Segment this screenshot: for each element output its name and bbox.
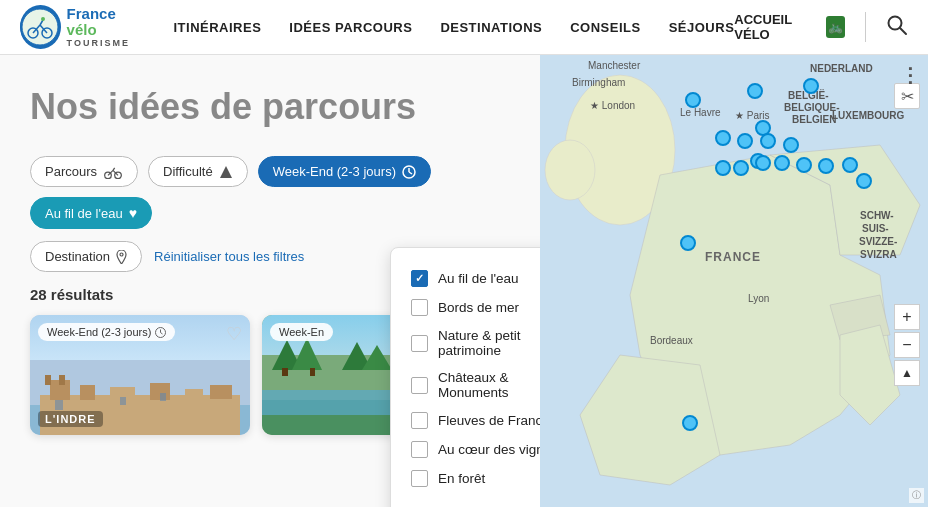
checkbox-0[interactable] (411, 270, 428, 287)
map-label-birmingham: Birmingham (572, 77, 625, 88)
map-label-svizze: SVIZZE- (859, 236, 897, 247)
nav-sejours[interactable]: SÉJOURS (669, 20, 735, 35)
main-content: Nos idées de parcours Parcours Difficult… (0, 55, 928, 507)
card-1-heart[interactable]: ♡ (226, 323, 242, 345)
svg-line-18 (409, 172, 412, 174)
page-title: Nos idées de parcours (30, 85, 510, 128)
svg-point-19 (120, 253, 123, 256)
nav-divider (865, 12, 866, 42)
map-label-suis: SUIS- (862, 223, 889, 234)
map-label-svizra: SVIZRA (860, 249, 897, 260)
svg-marker-38 (362, 345, 392, 370)
svg-rect-23 (59, 375, 65, 385)
map-pin-19[interactable] (682, 415, 698, 431)
svg-rect-31 (160, 393, 166, 401)
checkbox-6[interactable] (411, 470, 428, 487)
logo-icon (20, 5, 61, 49)
svg-marker-15 (220, 166, 232, 178)
nav-right: ACCUEIL VÉLO 🚲 (734, 12, 908, 42)
svg-rect-27 (185, 389, 203, 401)
svg-line-34 (161, 332, 163, 334)
dropdown-menu: Au fil de l'eau Bords de mer Nature & pe… (390, 247, 540, 507)
checkbox-3[interactable] (411, 377, 428, 394)
map-pin-13[interactable] (796, 157, 812, 173)
zoom-location-button[interactable]: ▲ (894, 360, 920, 386)
map-label-lehavre: Le Havre (680, 107, 721, 118)
filters-row: Parcours Difficulté Week-End (2-3 jours) (30, 156, 510, 229)
nav-destinations[interactable]: DESTINATIONS (440, 20, 542, 35)
map-label-manchester: Manchester (588, 60, 640, 71)
map-pin-1[interactable] (685, 92, 701, 108)
dropdown-item-6[interactable]: En forêt (411, 464, 540, 493)
reset-filters-link[interactable]: Réinitialiser tous les filtres (154, 249, 304, 264)
map-label-luxembourg: LUXEMBOURG (832, 110, 904, 121)
dropdown-item-5[interactable]: Au cœur des vignes (411, 435, 540, 464)
scissors-icon: ✂ (901, 87, 913, 106)
destination-filter[interactable]: Destination (30, 241, 142, 272)
map-pin-6[interactable] (737, 133, 753, 149)
zoom-out-button[interactable]: − (894, 332, 920, 358)
difficulte-filter[interactable]: Difficulté (148, 156, 248, 187)
logo-name: France vélo (67, 6, 144, 39)
card-1-tag: Week-End (2-3 jours) (38, 323, 175, 341)
dropdown-item-0[interactable]: Au fil de l'eau (411, 264, 540, 293)
svg-rect-24 (80, 385, 95, 400)
map-pin-18[interactable] (680, 235, 696, 251)
accueil-velo-button[interactable]: ACCUEIL VÉLO 🚲 (734, 12, 845, 42)
map-pin-15[interactable] (818, 158, 834, 174)
svg-rect-40 (310, 368, 315, 376)
nav-itineraires[interactable]: ITINÉRAIRES (173, 20, 261, 35)
svg-line-9 (900, 28, 906, 34)
dropdown-item-3[interactable]: Châteaux & Monuments (411, 364, 540, 406)
svg-rect-22 (45, 375, 51, 385)
map-pin-11[interactable] (755, 155, 771, 171)
map-pin-17[interactable] (856, 173, 872, 189)
card-2: Week-En (262, 315, 402, 435)
svg-rect-29 (55, 400, 63, 410)
svg-point-7 (41, 17, 45, 21)
map-pin-16[interactable] (842, 157, 858, 173)
map-panel: Manchester Birmingham ★ London Le Havre … (540, 55, 928, 507)
left-panel: Nos idées de parcours Parcours Difficult… (0, 55, 540, 507)
map-label-london: ★ London (590, 100, 635, 111)
logo[interactable]: France vélo TOURISME (20, 5, 143, 49)
map-pin-5[interactable] (715, 130, 731, 146)
map-pin-3[interactable] (803, 78, 819, 94)
map-pin-14[interactable] (783, 137, 799, 153)
card-2-tag: Week-En (270, 323, 333, 341)
nav-conseils[interactable]: CONSEILS (570, 20, 640, 35)
checkbox-5[interactable] (411, 441, 428, 458)
dropdown-item-2[interactable]: Nature & petit patrimoine (411, 322, 540, 364)
heart-icon: ♥ (129, 205, 137, 221)
svg-marker-36 (292, 338, 322, 370)
map-label-belgien: BELGIEN (792, 114, 836, 125)
map-pin-10[interactable] (733, 160, 749, 176)
main-nav: ITINÉRAIRES IDÉES PARCOURS DESTINATIONS … (173, 20, 734, 35)
map-pin-7[interactable] (760, 133, 776, 149)
search-button[interactable] (886, 14, 908, 41)
map-zoom-controls: + − ▲ (894, 304, 920, 386)
card-1-label: L'INDRE (38, 411, 103, 427)
svg-rect-28 (210, 385, 232, 399)
parcours-filter[interactable]: Parcours (30, 156, 138, 187)
map-pin-12[interactable] (774, 155, 790, 171)
map-label-lyon: Lyon (748, 293, 769, 304)
map-options-button[interactable]: ⋮ (900, 63, 920, 87)
svg-point-1 (22, 9, 58, 45)
logo-suffix: TOURISME (67, 39, 144, 49)
zoom-in-button[interactable]: + (894, 304, 920, 330)
eau-filter[interactable]: Au fil de l'eau ♥ (30, 197, 152, 229)
map-label-france: FRANCE (705, 250, 761, 264)
dropdown-item-4[interactable]: Fleuves de France (411, 406, 540, 435)
svg-line-12 (108, 170, 113, 175)
map-attribution: ⓘ (909, 488, 924, 503)
checkbox-4[interactable] (411, 412, 428, 429)
checkbox-2[interactable] (411, 335, 428, 352)
weekend-filter[interactable]: Week-End (2-3 jours) (258, 156, 431, 187)
checkbox-1[interactable] (411, 299, 428, 316)
map-pin-9[interactable] (715, 160, 731, 176)
map-pin-2[interactable] (747, 83, 763, 99)
dropdown-item-1[interactable]: Bords de mer (411, 293, 540, 322)
svg-rect-39 (282, 368, 288, 376)
nav-idees-parcours[interactable]: IDÉES PARCOURS (289, 20, 412, 35)
